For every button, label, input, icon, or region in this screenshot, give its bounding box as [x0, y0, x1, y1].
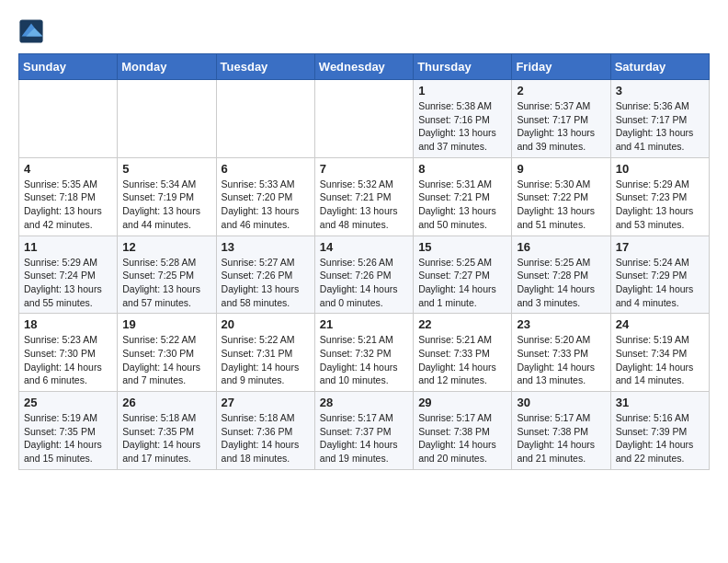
- calendar-header-saturday: Saturday: [610, 54, 709, 80]
- calendar-cell: 14Sunrise: 5:26 AM Sunset: 7:26 PM Dayli…: [314, 236, 413, 314]
- day-number: 3: [616, 84, 704, 98]
- calendar-cell: 28Sunrise: 5:17 AM Sunset: 7:37 PM Dayli…: [314, 392, 413, 470]
- day-number: 7: [320, 162, 408, 176]
- calendar-cell: 1Sunrise: 5:38 AM Sunset: 7:16 PM Daylig…: [414, 80, 512, 158]
- day-number: 30: [517, 396, 605, 409]
- calendar-header-sunday: Sunday: [19, 54, 118, 80]
- calendar-cell: 5Sunrise: 5:34 AM Sunset: 7:19 PM Daylig…: [118, 157, 216, 236]
- calendar-header-friday: Friday: [512, 54, 610, 80]
- day-number: 28: [320, 396, 408, 409]
- calendar-header-tuesday: Tuesday: [216, 54, 314, 80]
- day-number: 19: [122, 317, 210, 331]
- day-number: 12: [122, 240, 210, 254]
- day-info: Sunrise: 5:38 AM Sunset: 7:16 PM Dayligh…: [418, 99, 506, 154]
- day-info: Sunrise: 5:29 AM Sunset: 7:23 PM Dayligh…: [616, 178, 704, 232]
- calendar-cell: 24Sunrise: 5:19 AM Sunset: 7:34 PM Dayli…: [610, 314, 709, 392]
- calendar-cell: 15Sunrise: 5:25 AM Sunset: 7:27 PM Dayli…: [414, 236, 512, 314]
- calendar-cell: 31Sunrise: 5:16 AM Sunset: 7:39 PM Dayli…: [610, 392, 709, 470]
- day-number: 5: [122, 162, 210, 176]
- calendar-cell: 27Sunrise: 5:18 AM Sunset: 7:36 PM Dayli…: [216, 392, 314, 470]
- calendar-week-row: 11Sunrise: 5:29 AM Sunset: 7:24 PM Dayli…: [19, 236, 710, 314]
- day-number: 21: [320, 317, 408, 331]
- calendar-cell: [216, 80, 314, 158]
- calendar-cell: [314, 80, 413, 158]
- day-number: 29: [418, 396, 506, 409]
- calendar-cell: 11Sunrise: 5:29 AM Sunset: 7:24 PM Dayli…: [19, 236, 118, 314]
- day-info: Sunrise: 5:34 AM Sunset: 7:19 PM Dayligh…: [122, 178, 210, 232]
- calendar-cell: 22Sunrise: 5:21 AM Sunset: 7:33 PM Dayli…: [414, 314, 512, 392]
- calendar-cell: 29Sunrise: 5:17 AM Sunset: 7:38 PM Dayli…: [414, 392, 512, 470]
- day-info: Sunrise: 5:25 AM Sunset: 7:27 PM Dayligh…: [418, 256, 506, 310]
- day-info: Sunrise: 5:36 AM Sunset: 7:17 PM Dayligh…: [616, 99, 704, 154]
- day-info: Sunrise: 5:20 AM Sunset: 7:33 PM Dayligh…: [517, 333, 605, 387]
- calendar-cell: [19, 80, 118, 158]
- calendar-cell: 9Sunrise: 5:30 AM Sunset: 7:22 PM Daylig…: [512, 157, 610, 236]
- day-info: Sunrise: 5:21 AM Sunset: 7:33 PM Dayligh…: [418, 333, 506, 387]
- day-info: Sunrise: 5:31 AM Sunset: 7:21 PM Dayligh…: [418, 178, 506, 232]
- calendar-week-row: 4Sunrise: 5:35 AM Sunset: 7:18 PM Daylig…: [19, 157, 710, 236]
- calendar-cell: 4Sunrise: 5:35 AM Sunset: 7:18 PM Daylig…: [19, 157, 118, 236]
- day-info: Sunrise: 5:17 AM Sunset: 7:37 PM Dayligh…: [320, 411, 408, 465]
- day-number: 1: [418, 84, 506, 98]
- day-info: Sunrise: 5:19 AM Sunset: 7:34 PM Dayligh…: [616, 333, 704, 387]
- day-number: 11: [24, 240, 112, 254]
- calendar-cell: 12Sunrise: 5:28 AM Sunset: 7:25 PM Dayli…: [118, 236, 216, 314]
- calendar-table: SundayMondayTuesdayWednesdayThursdayFrid…: [18, 53, 710, 470]
- day-number: 25: [24, 396, 112, 409]
- day-number: 26: [122, 396, 210, 409]
- logo-icon: [18, 18, 44, 44]
- day-number: 20: [222, 317, 310, 331]
- day-number: 15: [418, 240, 506, 254]
- day-info: Sunrise: 5:22 AM Sunset: 7:31 PM Dayligh…: [222, 333, 310, 387]
- day-number: 4: [24, 162, 112, 176]
- day-info: Sunrise: 5:19 AM Sunset: 7:35 PM Dayligh…: [24, 411, 112, 465]
- day-info: Sunrise: 5:35 AM Sunset: 7:18 PM Dayligh…: [24, 178, 112, 232]
- calendar-cell: 10Sunrise: 5:29 AM Sunset: 7:23 PM Dayli…: [610, 157, 709, 236]
- calendar-cell: 19Sunrise: 5:22 AM Sunset: 7:30 PM Dayli…: [118, 314, 216, 392]
- calendar-cell: 17Sunrise: 5:24 AM Sunset: 7:29 PM Dayli…: [610, 236, 709, 314]
- day-info: Sunrise: 5:16 AM Sunset: 7:39 PM Dayligh…: [616, 411, 704, 465]
- day-number: 17: [616, 240, 704, 254]
- day-number: 27: [222, 396, 310, 409]
- day-number: 6: [222, 162, 310, 176]
- calendar-cell: 30Sunrise: 5:17 AM Sunset: 7:38 PM Dayli…: [512, 392, 610, 470]
- day-info: Sunrise: 5:17 AM Sunset: 7:38 PM Dayligh…: [517, 411, 605, 465]
- day-info: Sunrise: 5:30 AM Sunset: 7:22 PM Dayligh…: [517, 178, 605, 232]
- day-info: Sunrise: 5:23 AM Sunset: 7:30 PM Dayligh…: [24, 333, 112, 387]
- calendar-week-row: 1Sunrise: 5:38 AM Sunset: 7:16 PM Daylig…: [19, 80, 710, 158]
- day-number: 31: [616, 396, 704, 409]
- day-info: Sunrise: 5:28 AM Sunset: 7:25 PM Dayligh…: [122, 256, 210, 310]
- calendar-cell: [118, 80, 216, 158]
- day-info: Sunrise: 5:24 AM Sunset: 7:29 PM Dayligh…: [616, 256, 704, 310]
- day-number: 22: [418, 317, 506, 331]
- calendar-cell: 6Sunrise: 5:33 AM Sunset: 7:20 PM Daylig…: [216, 157, 314, 236]
- day-info: Sunrise: 5:32 AM Sunset: 7:21 PM Dayligh…: [320, 178, 408, 232]
- calendar-cell: 25Sunrise: 5:19 AM Sunset: 7:35 PM Dayli…: [19, 392, 118, 470]
- calendar-cell: 7Sunrise: 5:32 AM Sunset: 7:21 PM Daylig…: [314, 157, 413, 236]
- day-info: Sunrise: 5:17 AM Sunset: 7:38 PM Dayligh…: [418, 411, 506, 465]
- day-number: 24: [616, 317, 704, 331]
- day-number: 2: [517, 84, 605, 98]
- calendar-cell: 20Sunrise: 5:22 AM Sunset: 7:31 PM Dayli…: [216, 314, 314, 392]
- calendar-cell: 2Sunrise: 5:37 AM Sunset: 7:17 PM Daylig…: [512, 80, 610, 158]
- calendar-cell: 26Sunrise: 5:18 AM Sunset: 7:35 PM Dayli…: [118, 392, 216, 470]
- calendar-header-thursday: Thursday: [414, 54, 512, 80]
- day-number: 16: [517, 240, 605, 254]
- day-info: Sunrise: 5:26 AM Sunset: 7:26 PM Dayligh…: [320, 256, 408, 310]
- day-info: Sunrise: 5:18 AM Sunset: 7:36 PM Dayligh…: [222, 411, 310, 465]
- calendar-cell: 21Sunrise: 5:21 AM Sunset: 7:32 PM Dayli…: [314, 314, 413, 392]
- day-info: Sunrise: 5:37 AM Sunset: 7:17 PM Dayligh…: [517, 99, 605, 154]
- day-number: 10: [616, 162, 704, 176]
- day-number: 18: [24, 317, 112, 331]
- day-info: Sunrise: 5:21 AM Sunset: 7:32 PM Dayligh…: [320, 333, 408, 387]
- day-number: 9: [517, 162, 605, 176]
- calendar-cell: 8Sunrise: 5:31 AM Sunset: 7:21 PM Daylig…: [414, 157, 512, 236]
- day-info: Sunrise: 5:27 AM Sunset: 7:26 PM Dayligh…: [222, 256, 310, 310]
- calendar-cell: 3Sunrise: 5:36 AM Sunset: 7:17 PM Daylig…: [610, 80, 709, 158]
- day-info: Sunrise: 5:33 AM Sunset: 7:20 PM Dayligh…: [222, 178, 310, 232]
- calendar-header-row: SundayMondayTuesdayWednesdayThursdayFrid…: [19, 54, 710, 80]
- calendar-cell: 18Sunrise: 5:23 AM Sunset: 7:30 PM Dayli…: [19, 314, 118, 392]
- day-info: Sunrise: 5:29 AM Sunset: 7:24 PM Dayligh…: [24, 256, 112, 310]
- day-number: 14: [320, 240, 408, 254]
- logo: [18, 18, 46, 44]
